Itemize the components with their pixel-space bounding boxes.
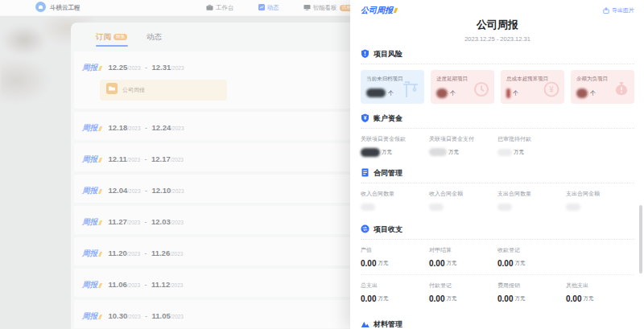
folder-icon: [106, 83, 118, 97]
tab-subscribe[interactable]: 订阅 限免: [96, 32, 127, 43]
masked-value: [576, 88, 588, 98]
masked-value: [361, 204, 375, 211]
attachment-label: 公司周报: [122, 86, 145, 94]
yuan-circle-icon: ¥: [543, 80, 560, 101]
date-range: 11.27/2023 - 12.03/2023: [109, 213, 184, 228]
document-icon: [361, 168, 369, 179]
metric-expense-contract-amount: 支出合同金额: [566, 190, 634, 212]
section-contract: 合同管理 收入合同数量 收入合同金额 支出合同数量 支出合同金额: [361, 168, 634, 212]
svg-text:¥: ¥: [364, 115, 367, 121]
report-title: 公司周报: [361, 18, 634, 32]
risk-card-negative-balance[interactable]: 余额为负项目 个: [571, 70, 634, 104]
weekly-report-badge: 周报: [82, 123, 101, 134]
export-icon: [603, 7, 609, 14]
report-date-range: 2023.12.25 - 2023.12.31: [361, 35, 634, 43]
screen: 斗栱云工程 工作台 动态 智能看板 试用: [0, 0, 644, 329]
section-project-risk: 项目风险 当前未归档项目 个 进度延期项目 个: [361, 49, 634, 104]
masked-value: [429, 148, 447, 156]
divider: [361, 183, 634, 183]
date-range: 11.20/2023 - 11.26/2023: [109, 245, 184, 259]
weekly-report-badge: 周报: [82, 280, 101, 290]
drawer-header: 公司周报 导出图片: [361, 5, 634, 16]
subscribe-badge: 限免: [114, 34, 127, 41]
badge-spark-icon: [97, 283, 101, 288]
masked-value: [497, 204, 512, 211]
metric-output-value: 产值 0.00万元: [361, 246, 429, 268]
metric-other-expense: 其他支出 0.00万元: [566, 282, 634, 303]
section-title: 合同管理: [374, 168, 402, 179]
metric-expense-contract-count: 支出合同数量: [497, 190, 566, 212]
metric-funds-paid: 关联项目资金支付 万元: [429, 135, 497, 157]
crane-icon: [401, 80, 420, 101]
masked-value: [436, 88, 448, 98]
monitor-icon: [303, 4, 311, 13]
material-icon: [361, 319, 369, 329]
masked-value: [566, 204, 580, 211]
risk-card-over-budget[interactable]: 总成本超预算项目 个 ¥: [501, 70, 564, 104]
activity-icon: [258, 4, 265, 12]
masked-value: [361, 148, 380, 157]
masked-value: [429, 204, 444, 211]
divider: [361, 239, 634, 240]
app-title: 斗栱云工程: [50, 4, 80, 12]
weekly-report-badge: 周报: [82, 217, 101, 228]
weekly-report-badge: 周报: [82, 311, 101, 322]
badge-spark-icon: [97, 252, 101, 257]
divider: [361, 64, 634, 64]
divider: [361, 274, 634, 275]
nav-item-workbench[interactable]: 工作台: [206, 4, 234, 13]
metric-expense-reimbursement: 费用报销 0.00万元: [497, 282, 566, 303]
clock-icon: [473, 80, 490, 101]
app-logo[interactable]: 斗栱云工程: [35, 1, 80, 15]
section-title: 账户资金: [374, 113, 402, 124]
metric-total-expense: 总支出 0.00万元: [361, 282, 429, 303]
badge-spark-icon: [97, 158, 101, 162]
metric-owner-settlement: 对甲结算 0.00万元: [429, 246, 497, 268]
metric-receipt-registration: 收款登记 0.00万元: [497, 246, 566, 268]
date-range: 12.25/2023 - 12.31/2023: [109, 59, 184, 73]
date-range: 10.30/2023 - 11.05/2023: [109, 307, 184, 322]
report-attachment[interactable]: 公司周报: [100, 80, 227, 101]
badge-spark-icon: [97, 220, 101, 225]
svg-text:¥: ¥: [549, 85, 554, 94]
section-title: 材料管理: [374, 319, 402, 329]
masked-value: [506, 88, 510, 98]
scrollbar-thumb[interactable]: [639, 205, 642, 273]
tab-activity[interactable]: 动态: [147, 32, 162, 43]
section-title: 项目收支: [374, 224, 402, 235]
export-image-button[interactable]: 导出图片: [603, 6, 634, 14]
report-brand: 公司周报: [361, 5, 397, 16]
date-range: 12.18/2023 - 12.24/2023: [109, 119, 184, 134]
metric-income-contract-count: 收入合同数量: [361, 190, 429, 212]
badge-spark-icon: [97, 126, 101, 131]
shield-alert-icon: [361, 49, 369, 60]
date-range: 12.04/2023 - 12.10/2023: [109, 182, 184, 196]
metric-approved-pending: 已审批待付款 万元: [497, 135, 566, 157]
weekly-report-badge: 周报: [82, 63, 101, 73]
masked-value: [497, 149, 512, 156]
weekly-report-drawer: 公司周报 导出图片 公司周报 2023.12.25 - 2023.12.31 项…: [350, 0, 644, 329]
shield-yuan-icon: ¥: [361, 113, 369, 124]
nav-item-activity[interactable]: 动态: [258, 4, 279, 12]
badge-spark-icon: [393, 8, 397, 13]
nav-item-smart-board[interactable]: 智能看板 试用: [303, 4, 353, 13]
logo-icon: [35, 1, 46, 15]
section-material: 材料管理 采购订单数量 0个 采购订单金额 0.00万元 入库单金额 0.00万…: [361, 319, 634, 329]
nav-menu: 工作台 动态 智能看板 试用: [206, 0, 353, 16]
section-project-income-expense: 项目收支 产值 0.00万元 对甲结算 0.00万元 收款登记 0.00万元: [361, 224, 634, 303]
risk-card-unarchived[interactable]: 当前未归档项目 个: [361, 70, 424, 104]
weekly-report-badge: 周报: [82, 186, 101, 196]
metric-payment-registration: 付款登记 0.00万元: [429, 282, 497, 303]
section-title: 项目风险: [374, 49, 402, 60]
date-range: 11.06/2023 - 11.12/2023: [109, 276, 184, 290]
risk-card-delayed[interactable]: 进度延期项目 个: [431, 70, 494, 104]
moneybag-icon: [613, 80, 630, 101]
date-range: 12.11/2023 - 12.17/2023: [109, 150, 184, 165]
briefcase-icon: [206, 4, 213, 13]
masked-value: [366, 88, 386, 97]
metric-income-contract-amount: 收入合同金额: [429, 190, 497, 212]
section-account-funds: ¥ 账户资金 关联项目资金领款 万元 关联项目资金支付 万元 已审批待付款 万元: [361, 113, 634, 157]
weekly-report-badge: 周报: [82, 249, 101, 259]
weekly-report-badge: 周报: [82, 154, 101, 165]
divider: [361, 128, 634, 129]
